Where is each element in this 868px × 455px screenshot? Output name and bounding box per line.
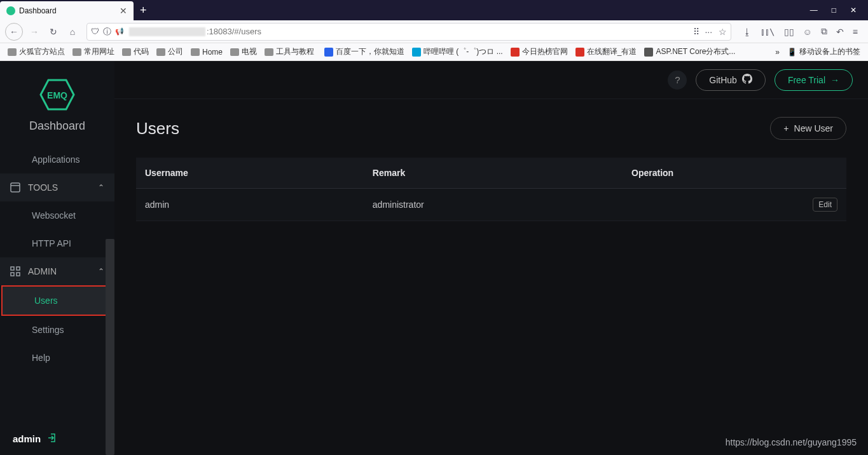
sidebar: EMQ Dashboard Applications TOOLS ⌃ Webso… — [0, 61, 114, 455]
folder-icon — [191, 48, 200, 56]
chevron-up-icon: ⌃ — [98, 267, 104, 276]
sidebar-footer[interactable]: admin — [0, 423, 114, 455]
new-user-button[interactable]: + New User — [770, 117, 846, 140]
svg-rect-6 — [11, 273, 14, 276]
col-username: Username — [136, 158, 364, 189]
bookmark-link[interactable]: 在线翻译_有道 — [572, 46, 641, 57]
folder-icon — [230, 48, 239, 56]
cell-remark: administrator — [364, 189, 623, 221]
shield-icon[interactable]: 🛡 — [91, 27, 99, 36]
undo-icon[interactable]: ↶ — [836, 27, 844, 37]
bookmark-folder[interactable]: 火狐官方站点 — [4, 46, 69, 57]
account-icon[interactable]: ☺ — [803, 27, 812, 37]
bookmark-folder[interactable]: 电视 — [226, 46, 261, 57]
address-toolbar: ← → ↻ ⌂ 🛡 ⓘ 📢 :18083/#/users ⠿ ··· ☆ ⭳ ⫿… — [0, 20, 868, 43]
github-icon — [742, 74, 752, 86]
admin-icon — [10, 266, 20, 276]
bookmark-link[interactable]: 今日热榜官网 — [507, 46, 572, 57]
url-text: :18083/#/users — [128, 27, 689, 37]
bookmark-folder[interactable]: 代码 — [118, 46, 153, 57]
topbar: ? GitHub Free Trial → — [114, 61, 868, 99]
site-icon — [644, 48, 653, 57]
bookmark-star-icon[interactable]: ☆ — [719, 27, 727, 37]
mobile-icon: 📱 — [787, 48, 797, 57]
sidebar-item-applications[interactable]: Applications — [0, 146, 114, 173]
tools-icon — [10, 182, 20, 193]
brand-text: Dashboard — [29, 119, 85, 133]
bookmark-folder[interactable]: 公司 — [153, 46, 187, 57]
chevron-up-icon: ⌃ — [98, 183, 104, 192]
footer-username: admin — [13, 433, 41, 444]
svg-rect-4 — [11, 267, 14, 270]
tab-favicon — [6, 6, 15, 15]
bookmarks-overflow-icon[interactable]: » — [775, 48, 780, 57]
main-area: ? GitHub Free Trial → Users + New User — [114, 61, 868, 455]
sidebar-scrollbar[interactable] — [106, 239, 114, 455]
emq-logo: EMQ — [39, 79, 75, 111]
download-icon[interactable]: ⭳ — [743, 27, 752, 37]
bookmark-link[interactable]: 哔哩哔哩 (゜-゜)つロ ... — [408, 46, 507, 57]
new-tab-button[interactable]: + — [140, 4, 147, 17]
users-table: Username Remark Operation adminadministr… — [136, 158, 846, 221]
site-icon — [412, 48, 421, 57]
sidebar-item-http-api[interactable]: HTTP API — [0, 229, 114, 257]
table-row: adminadministratorEdit — [136, 189, 846, 221]
sidebar-section-admin[interactable]: ADMIN ⌃ — [0, 257, 114, 285]
address-bar[interactable]: 🛡 ⓘ 📢 :18083/#/users ⠿ ··· ☆ — [86, 23, 731, 41]
more-addr-icon[interactable]: ··· — [705, 27, 712, 37]
bookmarks-bar: 火狐官方站点常用网址代码公司Home电视工具与教程 百度一下，你就知道哔哩哔哩 … — [0, 43, 868, 61]
bookmark-folder[interactable]: 工具与教程 — [261, 46, 318, 57]
folder-icon — [8, 48, 17, 56]
page-title: Users — [136, 119, 179, 139]
svg-rect-5 — [17, 267, 20, 270]
screenshot-icon[interactable]: ⧉ — [821, 26, 827, 37]
window-maximize-button[interactable]: □ — [832, 6, 836, 15]
nav-reload-button[interactable]: ↻ — [46, 23, 61, 41]
nav-forward-button[interactable]: → — [27, 23, 42, 41]
tab-close-icon[interactable]: ✕ — [120, 6, 127, 16]
folder-icon — [122, 48, 131, 56]
info-icon[interactable]: ⓘ — [103, 26, 111, 37]
branding: EMQ Dashboard — [0, 61, 114, 146]
sidebar-item-help[interactable]: Help — [0, 344, 114, 372]
browser-tab-strip: Dashboard ✕ + — □ ✕ — [0, 0, 868, 20]
svg-rect-7 — [17, 273, 20, 276]
edit-button[interactable]: Edit — [813, 198, 837, 212]
cell-username: admin — [136, 189, 364, 221]
permission-icon[interactable]: 📢 — [115, 27, 124, 36]
logout-icon[interactable] — [47, 433, 57, 445]
plus-icon: + — [783, 123, 789, 133]
sidebar-toggle-icon[interactable]: ▯▯ — [784, 27, 794, 37]
site-icon — [324, 48, 333, 57]
col-remark: Remark — [364, 158, 623, 189]
browser-tab[interactable]: Dashboard ✕ — [0, 1, 134, 20]
window-close-button[interactable]: ✕ — [850, 6, 857, 15]
sidebar-item-websocket[interactable]: Websocket — [0, 201, 114, 229]
svg-rect-2 — [11, 183, 20, 192]
sidebar-item-settings[interactable]: Settings — [0, 316, 114, 344]
window-controls: — □ ✕ — [810, 6, 868, 15]
bookmark-link[interactable]: ASP.NET Core分布式... — [640, 46, 739, 57]
help-button[interactable]: ? — [668, 71, 687, 90]
folder-icon — [72, 48, 81, 56]
mobile-bookmarks-item[interactable]: 📱 移动设备上的书签 — [783, 46, 864, 57]
library-icon[interactable]: ⫿⫿\ — [761, 27, 775, 37]
github-button[interactable]: GitHub — [696, 69, 766, 91]
free-trial-button[interactable]: Free Trial → — [775, 69, 853, 91]
arrow-right-icon: → — [830, 75, 839, 85]
bookmark-link[interactable]: 百度一下，你就知道 — [320, 46, 408, 57]
nav-home-button[interactable]: ⌂ — [65, 23, 80, 41]
col-operation: Operation — [623, 158, 846, 189]
bookmark-folder[interactable]: Home — [187, 46, 226, 57]
reader-icon[interactable]: ⠿ — [693, 27, 698, 37]
watermark-text: https://blog.csdn.net/guyang1995 — [726, 437, 857, 447]
sidebar-section-tools[interactable]: TOOLS ⌃ — [0, 173, 114, 201]
sidebar-item-users[interactable]: Users — [1, 285, 113, 316]
nav-back-button[interactable]: ← — [5, 23, 23, 41]
site-icon — [511, 48, 520, 57]
window-minimize-button[interactable]: — — [810, 6, 818, 15]
svg-text:EMQ: EMQ — [47, 90, 67, 100]
folder-icon — [265, 48, 273, 56]
bookmark-folder[interactable]: 常用网址 — [69, 46, 118, 57]
menu-icon[interactable]: ≡ — [853, 27, 858, 37]
